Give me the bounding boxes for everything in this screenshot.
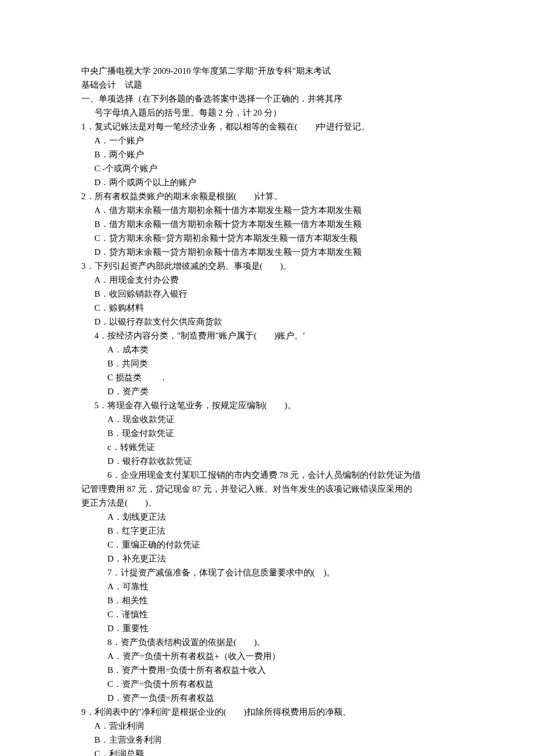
section1-heading-line1: 一、单项选择（在下列各题的备选答案中选择一个正确的．并将其序 [81,92,453,106]
q5-option-a: A．现金收款凭证 [81,412,453,426]
q9-option-c: C．利润总额 [81,747,453,756]
q8-option-d: D．资产一负债=所有者权益 [81,691,453,705]
q6-option-a: A．划线更正法 [81,510,453,524]
q1-option-d: D．两个或两个以上的账户 [81,175,453,189]
q5-option-c: c．转账凭证 [81,440,453,454]
q9-option-b: B．主营业务利润 [81,733,453,747]
q3-option-b: B．收回赊销款存入银行 [81,287,453,301]
q8-option-b: B．资产十费用=负债十所有者权益十收入 [81,663,453,677]
q6-stem-line1: 6．企业用现金支付某职工报销的市内交通费 78 元，会计人员编制的付款凭证为借 [81,468,453,482]
q2-option-c: C．贷方期末余额=贷方期初余额十贷方本期发生额一借方本期发生额 [81,231,453,245]
q1-option-a: A．一个账户 [81,134,453,147]
q6-option-b: B．红字更正法 [81,524,453,538]
section1-heading-line2: 号字母填入题后的括号里。每题 2 分，计 20 分） [81,106,453,120]
q3-stem: 3．下列引起资产内部此增彼减的交易、事项是( )。 [81,259,453,273]
q6-stem-line2: 记管理费用 87 元，贷记现金 87 元，并登记入账。对当年发生的该项记账错误应… [81,482,453,496]
q1-option-b: B．两个账户 [81,147,453,161]
q2-option-d: D．贷方期末余额一贷方期初余额十借方本期发生额一贷方本期发生额 [81,245,453,259]
q4-option-a: A．成本类 [81,343,453,357]
q7-option-d: D．重要性 [81,621,453,635]
q9-option-a: A．营业利润 [81,719,453,733]
exam-title-line1: 中央广播电视大学 2009-2010 学年度第二学期"开放专科"期末考试 [81,64,453,78]
q2-option-a: A．借方期末余额一借方期初余额十借方本期发生额一贷方本期发生额 [81,203,453,217]
exam-title-line2: 基础会计 试题 [81,78,453,92]
q6-stem-line3: 更正方法是( )。 [81,496,453,510]
q5-stem: 5．将现金存入银行这笔业务，按规定应编制( )。 [81,398,453,412]
q3-option-d: D．以银行存款支付欠供应商货款 [81,315,453,329]
q1-option-c: C -个或两个账户 [81,161,453,175]
q3-option-c: C．赊购材料 [81,301,453,315]
q6-option-d: D．补充更正法 [81,552,453,566]
q6-option-c: C．重编正确的付款凭证 [81,538,453,552]
q8-option-c: C．资产=负债十所有者权益 [81,677,453,691]
q4-option-d: D．资产类 [81,384,453,398]
q7-option-a: A．可靠性 [81,579,453,593]
q5-option-d: D．银行存款收款凭证 [81,454,453,468]
q4-stem: 4．按经济内容分类，"制造费用"账户属于( )账户。' [81,329,453,343]
q2-stem: 2．所有者权益类账户的期末余额是根据( )计算。 [81,189,453,203]
q4-option-c: C 损益类 ． [81,370,453,384]
q3-option-a: A．用现金支付办公费 [81,273,453,287]
q8-option-a: A．资产=负债十所有者权益+（收入一费用） [81,649,453,663]
q8-stem: 8．资产负债表结构设置的依据是( )。 [81,635,453,649]
q7-stem: 7．计提资产减值准备，体现了会计信息质量要求中的( )。 [81,566,453,579]
q1-stem: 1．复式记账法是对每一笔经济业务，都以相等的金额在( )中进行登记。 [81,120,453,134]
q7-option-c: C．谨慎性 [81,607,453,621]
q2-option-b: B．借方期末余额一借方期初余额十贷方本期发生额一借方本期发生额 [81,217,453,231]
q4-option-b: B．共同类 [81,357,453,370]
q9-stem: 9．利润表中的"净利润"是根据企业的( )扣除所得税费用后的净额。 [81,705,453,719]
q5-option-b: B．现金付款凭证 [81,426,453,440]
q7-option-b: B．相关性 [81,593,453,607]
